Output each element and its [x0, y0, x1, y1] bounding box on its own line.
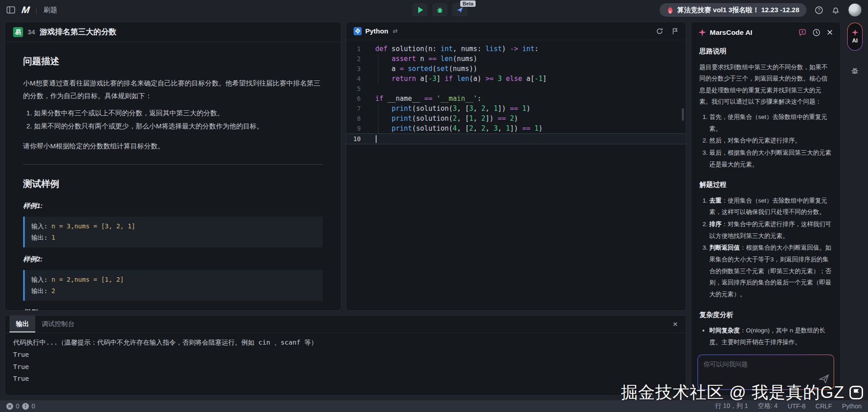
tab-debug-console[interactable]: 调试控制台: [35, 316, 81, 332]
line-number: 3: [346, 64, 368, 74]
bell-icon: [831, 6, 840, 14]
line-number: 1: [346, 44, 368, 54]
ai-paragraph: 题目要求找到数组中第三大的不同分数，如果不同的分数少于三个，则返回最大的分数。核…: [699, 62, 832, 108]
encoding[interactable]: UTF-8: [788, 403, 806, 410]
language-switch-icon[interactable]: ⇄: [393, 28, 398, 34]
tab-output[interactable]: 输出: [9, 316, 35, 332]
code-line[interactable]: 6if __name__ == '__main__':: [346, 94, 686, 104]
line-number: 8: [346, 114, 368, 123]
code-line[interactable]: 3 a = sorted(set(nums)): [346, 64, 686, 74]
top-bar: M | 刷题 Beta 算法竞技赛 vol1 3报名啦！ 12.23 -12.2…: [0, 0, 868, 20]
console-hint: 代码执行中...（温馨提示：代码中不允许存在输入指令，否则将会阻塞运行。例如 c…: [13, 336, 678, 349]
left-column: 易 34 游戏排名第三大的分数 问题描述 小M想要通过查看往届游戏比赛的排名来确…: [5, 22, 686, 396]
text-cursor: [376, 135, 377, 143]
ai-chat-input-box: [698, 355, 834, 390]
difficulty-badge: 易: [13, 27, 23, 37]
example-code-block: 输入: n = 3,nums = [3, 2, 1]输出: 1: [23, 217, 323, 247]
console-close-icon[interactable]: ×: [669, 319, 681, 329]
problem-header: 易 34 游戏排名第三大的分数: [5, 22, 341, 42]
line-number: 7: [346, 104, 368, 114]
description-paragraph-2: 请你帮小M根据给定的分数数组计算目标分数。: [23, 140, 323, 152]
language-tab[interactable]: Python: [365, 27, 388, 35]
user-avatar[interactable]: [848, 3, 862, 17]
contest-banner-text: 算法竞技赛 vol1 3报名啦！ 12.23 -12.28: [677, 6, 799, 14]
notifications-button[interactable]: [831, 6, 840, 14]
code-editor[interactable]: 1def solution(n: int, nums: list) -> int…: [346, 40, 686, 310]
language-mode[interactable]: Python: [842, 403, 862, 410]
run-button[interactable]: [412, 3, 428, 16]
warning-count: 0: [32, 403, 35, 410]
problem-number: 34: [28, 28, 35, 36]
new-chat-button[interactable]: [798, 28, 807, 37]
eol-type[interactable]: CRLF: [816, 403, 832, 410]
console-line: True: [13, 361, 678, 373]
problems-summary[interactable]: ✕ 0 ! 0: [6, 403, 35, 410]
console-line: True: [13, 373, 678, 385]
code-line[interactable]: 2 assert n == len(nums): [346, 54, 686, 64]
ai-header: MarsCode AI ✕: [691, 22, 840, 39]
code-line[interactable]: 1def solution(n: int, nums: list) -> int…: [346, 44, 686, 54]
editor-panel: Python ⇄ 1def solution(n: int, num: [346, 22, 686, 311]
code-line[interactable]: 9 print(solution(4, [2, 2, 3, 1]) == 1): [346, 123, 686, 133]
rule-item: 如果不同的分数只有两个或更少，那么小M将选择最大的分数作为他的目标。: [34, 120, 323, 133]
sparkle-icon: [852, 29, 859, 36]
statusbar-right: 行 10，列 1 空格: 4 UTF-8 CRLF Python: [715, 402, 862, 410]
history-button[interactable]: [812, 28, 821, 37]
ai-list-item: 空间复杂度：O(n)，主要空间开销在于集合和排序过程中使用的额外空间。: [709, 348, 832, 350]
ai-list-item: 排序：对集合中的元素进行排序，这样我们可以方便地找到第三大的元素。: [709, 218, 832, 242]
code-line[interactable]: 4 return a[-3] if len(a) >= 3 else a[-1]: [346, 74, 686, 84]
example-label: 样例2:: [23, 253, 323, 265]
ai-section-heading: 思路说明: [699, 45, 832, 58]
svg-text:?: ?: [818, 7, 821, 12]
line-number: 5: [346, 84, 368, 94]
marscode-logo[interactable]: M: [21, 5, 30, 15]
beta-badge: Beta: [460, 0, 476, 7]
panels-row: 易 34 游戏排名第三大的分数 问题描述 小M想要通过查看往届游戏比赛的排名来确…: [5, 22, 686, 311]
flag-icon: [671, 28, 679, 35]
problem-panel: 易 34 游戏排名第三大的分数 问题描述 小M想要通过查看往届游戏比赛的排名来确…: [5, 22, 341, 311]
warnings-icon: !: [22, 403, 29, 410]
code-line[interactable]: 8 print(solution(2, [1, 2]) == 2): [346, 114, 686, 123]
paper-plane-icon: [456, 6, 464, 14]
indentation[interactable]: 空格: 4: [758, 402, 778, 410]
cursor-position[interactable]: 行 10，列 1: [715, 402, 748, 410]
ai-rail-label: AI: [852, 38, 858, 44]
sidebar-toggle-icon[interactable]: [6, 6, 15, 14]
ai-close-icon[interactable]: ✕: [826, 28, 833, 37]
code-line[interactable]: 7 print(solution(3, [3, 2, 1]) == 1): [346, 104, 686, 114]
ai-list-item: 判断返回值：根据集合的大小判断返回值。如果集合的大小大于等于3，则返回排序后的集…: [709, 242, 832, 300]
error-count: 0: [16, 403, 19, 410]
ai-assistant-panel: MarsCode AI ✕ 思路说明题目要求找到数组中第三大的不同分数，如果不同…: [691, 22, 841, 396]
run-group: Beta: [412, 3, 467, 16]
rule-item: 如果分数中有三个或以上不同的分数，返回其中第三大的分数。: [34, 107, 323, 119]
ai-rail-button[interactable]: AI: [847, 23, 863, 51]
right-toolbar: AI: [845, 22, 864, 396]
problem-body[interactable]: 问题描述 小M想要通过查看往届游戏比赛的排名来确定自己比赛的目标分数。他希望找到…: [5, 42, 341, 310]
editor-scrollbar[interactable]: [682, 108, 684, 121]
contest-banner[interactable]: 算法竞技赛 vol1 3报名啦！ 12.23 -12.28: [660, 3, 807, 17]
feedback-bug-button[interactable]: [850, 66, 859, 75]
ai-chat-input[interactable]: [698, 355, 834, 389]
topbar-right: 算法竞技赛 vol1 3报名啦！ 12.23 -12.28 ?: [660, 3, 862, 17]
submit-button[interactable]: Beta: [452, 3, 467, 16]
help-button[interactable]: ?: [815, 6, 823, 14]
debug-button[interactable]: [432, 3, 448, 16]
reset-code-button[interactable]: [656, 28, 663, 35]
python-icon: [354, 27, 362, 35]
console-output[interactable]: 代码执行中...（温馨提示：代码中不允许存在输入指令，否则将会阻塞运行。例如 c…: [5, 333, 686, 395]
code-line[interactable]: 5: [346, 84, 686, 94]
app-label[interactable]: 刷题: [43, 6, 57, 14]
code-line[interactable]: 10: [346, 133, 686, 144]
flag-button[interactable]: [671, 28, 679, 35]
problem-title: 游戏排名第三大的分数: [40, 27, 117, 37]
status-bar: ✕ 0 ! 0 行 10，列 1 空格: 4 UTF-8 CRLF Python: [0, 400, 868, 412]
examples-container: 样例1:输入: n = 3,nums = [3, 2, 1]输出: 1样例2:输…: [23, 199, 323, 310]
divider: |: [36, 6, 38, 14]
ai-content[interactable]: 思路说明题目要求找到数组中第三大的不同分数，如果不同的分数少于三个，则返回最大的…: [691, 39, 840, 350]
ai-header-actions: ✕: [798, 28, 833, 37]
app-root: M | 刷题 Beta 算法竞技赛 vol1 3报名啦！ 12.23 -12.2…: [0, 0, 868, 412]
code-lines: 1def solution(n: int, nums: list) -> int…: [346, 44, 686, 144]
ai-section-heading: 解题过程: [699, 178, 832, 191]
send-button[interactable]: [818, 373, 830, 387]
ai-section-heading: 复杂度分析: [699, 308, 832, 322]
